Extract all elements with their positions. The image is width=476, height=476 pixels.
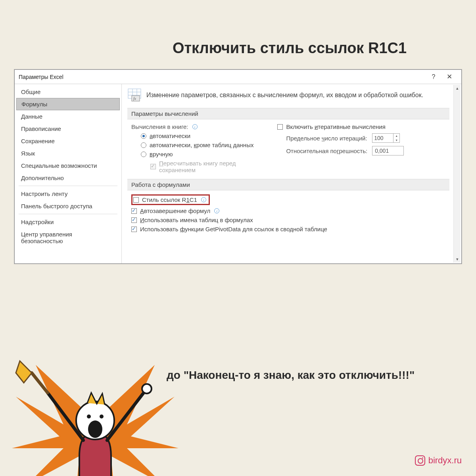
max-iter-label: Предельное число итераций: <box>286 135 367 142</box>
eps-value: 0,001 <box>375 148 389 154</box>
svg-point-10 <box>142 384 152 393</box>
checkbox-r1c1[interactable] <box>133 197 139 203</box>
scrollbar[interactable]: ▴ ▾ <box>453 85 461 263</box>
sidebar-item-formulas[interactable]: Формулы <box>16 98 120 110</box>
iterative-label: Включить итеративные вычисления <box>286 123 385 130</box>
calc-group-label: Вычисления в книге: <box>131 123 188 130</box>
sidebar-item-data[interactable]: Данные <box>15 110 121 123</box>
svg-text:fx: fx <box>133 96 136 101</box>
eps-label: Относительная погрешность: <box>286 148 367 154</box>
watermark-text: birdyx.ru <box>428 455 462 466</box>
content-panel: fx Изменение параметров, связанных с выч… <box>122 84 461 263</box>
page-title: Отключить стиль ссылок R1C1 <box>0 40 476 57</box>
autocomplete-label: Автозавершение формул <box>140 207 210 214</box>
radio-manual[interactable] <box>141 152 146 157</box>
r1c1-highlight: Стиль ссылок R1C1 i <box>131 194 210 205</box>
sidebar-item-language[interactable]: Язык <box>15 147 121 159</box>
sidebar-item-customize-ribbon[interactable]: Настроить ленту <box>15 188 121 200</box>
sidebar-item-addins[interactable]: Надстройки <box>15 216 121 228</box>
info-icon[interactable]: i <box>201 197 206 202</box>
checkbox-getpivot[interactable] <box>131 226 137 232</box>
help-button[interactable]: ? <box>426 73 441 81</box>
checkbox-recalc-before-save <box>150 164 156 169</box>
radio-auto-except[interactable] <box>141 142 146 148</box>
sidebar-item-accessibility[interactable]: Специальные возможности <box>15 159 121 172</box>
checkbox-table-names[interactable] <box>131 217 137 223</box>
sidebar-item-proofing[interactable]: Правописание <box>15 123 121 135</box>
excel-options-dialog: Параметры Excel ? ✕ Общие Формулы Данные… <box>14 69 462 264</box>
sidebar: Общие Формулы Данные Правописание Сохран… <box>15 84 122 263</box>
spin-down-icon[interactable]: ▼ <box>393 138 399 142</box>
svg-point-14 <box>88 420 102 438</box>
r1c1-label: Стиль ссылок R1C1 <box>142 196 197 203</box>
info-icon[interactable]: i <box>214 208 219 213</box>
svg-point-12 <box>87 415 91 418</box>
eps-input[interactable]: 0,001 <box>372 146 404 155</box>
checkbox-autocomplete[interactable] <box>131 208 137 214</box>
info-icon[interactable]: i <box>192 124 198 129</box>
sidebar-divider <box>19 214 117 214</box>
scroll-down-icon[interactable]: ▾ <box>456 257 459 262</box>
meme-caption: до "Наконец-то я знаю, как это отключить… <box>167 369 415 382</box>
titlebar: Параметры Excel ? ✕ <box>15 70 461 84</box>
radio-manual-label: вручную <box>150 151 173 157</box>
radio-auto-except-label: автоматически, кроме таблиц данных <box>150 142 253 148</box>
radio-auto[interactable] <box>141 133 146 139</box>
sidebar-item-save[interactable]: Сохранение <box>15 135 121 147</box>
scroll-up-icon[interactable]: ▴ <box>456 86 459 91</box>
checkbox-iterative[interactable] <box>277 124 283 130</box>
section-calc-header: Параметры вычислений <box>127 108 449 119</box>
dialog-title: Параметры Excel <box>19 74 63 80</box>
max-iter-value: 100 <box>374 135 383 141</box>
sidebar-item-trust-center[interactable]: Центр управления безопасностью <box>15 228 121 247</box>
instagram-icon <box>415 455 425 466</box>
recalc-before-save-label: Пересчитывать книгу передсохранением <box>159 160 236 173</box>
sidebar-item-general[interactable]: Общие <box>15 86 121 98</box>
watermark: birdyx.ru <box>415 455 462 466</box>
radio-auto-label: аавтоматическивтоматически <box>150 132 190 139</box>
max-iter-input[interactable]: 100 ▲ ▼ <box>372 133 400 143</box>
sidebar-item-quick-access[interactable]: Панель быстрого доступа <box>15 200 121 212</box>
svg-marker-9 <box>16 361 32 383</box>
close-button[interactable]: ✕ <box>441 73 457 81</box>
section-formulas-header: Работа с формулами <box>127 179 449 190</box>
sidebar-divider <box>19 186 117 186</box>
spin-up-icon[interactable]: ▲ <box>393 134 399 138</box>
table-names-label: Использовать имена таблиц в формулах <box>140 217 253 223</box>
sidebar-item-advanced[interactable]: Дополнительно <box>15 172 121 184</box>
content-header: Изменение параметров, связанных с вычисл… <box>146 92 423 99</box>
svg-point-13 <box>100 415 104 418</box>
meme-figure <box>12 357 178 476</box>
getpivot-label: Использовать функции GetPivotData для сс… <box>140 226 327 232</box>
formula-icon: fx <box>127 88 142 102</box>
